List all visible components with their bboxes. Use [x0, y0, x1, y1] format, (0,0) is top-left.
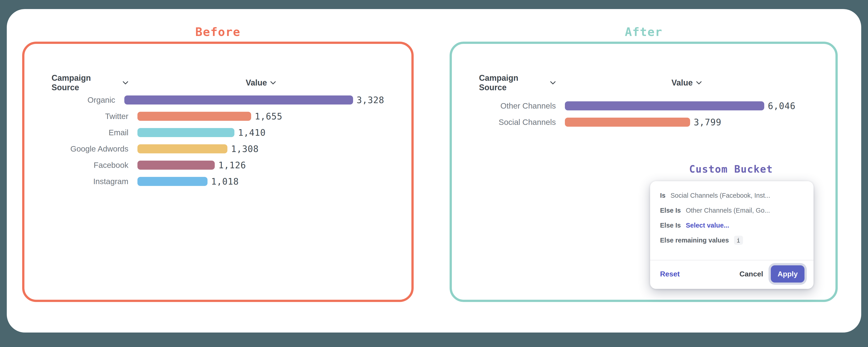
before-table: Campaign Source Value Organic3,328Twitte… — [24, 76, 411, 190]
after-panel: After Campaign Source Value Other Channe… — [450, 22, 838, 302]
chevron-down-icon — [550, 81, 556, 85]
before-panel-box: Campaign Source Value Organic3,328Twitte… — [22, 41, 414, 302]
row-label: Instagram — [52, 177, 128, 186]
table-row: Twitter1,655 — [52, 108, 384, 124]
reset-button[interactable]: Reset — [660, 270, 680, 278]
bucket-rule-row: Else Is Select value... — [660, 218, 804, 233]
bar-value[interactable]: 3,328 — [357, 95, 384, 105]
before-title: Before — [22, 22, 414, 41]
after-rows: Other Channels6,046Social Channels3,799 — [479, 98, 808, 130]
rule-operator-label: Is — [660, 192, 665, 199]
row-label: Social Channels — [479, 118, 556, 127]
bar-cell: 3,799 — [565, 117, 721, 127]
bar-cell: 1,126 — [137, 160, 246, 170]
row-label: Organic — [52, 95, 115, 105]
before-rows: Organic3,328Twitter1,655Email1,410Google… — [52, 92, 384, 190]
apply-button[interactable]: Apply — [771, 265, 804, 283]
value-bar[interactable] — [137, 144, 227, 153]
row-label: Other Channels — [479, 102, 556, 110]
value-bar[interactable] — [124, 95, 353, 105]
bar-value[interactable]: 3,799 — [694, 117, 721, 127]
bar-cell: 1,410 — [137, 127, 266, 138]
bar-value[interactable]: 1,655 — [255, 111, 282, 121]
after-panel-box: Campaign Source Value Other Channels6,04… — [450, 41, 838, 302]
rule-value[interactable]: Other Channels (Email, Go... — [686, 207, 770, 214]
row-label: Twitter — [52, 112, 128, 121]
before-panel: Before Campaign Source Value Organic3,32… — [22, 22, 414, 302]
select-value-link[interactable]: Select value... — [686, 222, 729, 229]
custom-bucket-title: Custom Bucket — [663, 163, 799, 175]
table-row: Google Adwords1,308 — [52, 141, 384, 157]
bar-value[interactable]: 1,410 — [238, 127, 266, 138]
value-bar[interactable] — [137, 161, 215, 170]
screenshot-root: { "page": { "background": "#4B666E", "ca… — [0, 0, 868, 347]
dimension-header-label: Campaign Source — [479, 73, 547, 92]
rule-operator-label: Else Is — [660, 222, 681, 229]
row-label: Facebook — [52, 161, 128, 170]
measure-header[interactable]: Value — [137, 78, 384, 88]
table-row: Organic3,328 — [52, 92, 384, 108]
dimension-header-label: Campaign Source — [52, 73, 119, 92]
table-row: Other Channels6,046 — [479, 98, 808, 114]
bar-cell: 3,328 — [124, 95, 384, 105]
dialog-footer: Reset Cancel Apply — [650, 260, 813, 289]
table-row: Email1,410 — [52, 124, 384, 141]
app-card: Before Campaign Source Value Organic3,32… — [7, 9, 861, 332]
measure-header-label: Value — [671, 78, 692, 88]
value-bar[interactable] — [137, 177, 208, 186]
after-title: After — [450, 22, 838, 41]
bar-value[interactable]: 1,018 — [211, 176, 239, 186]
cancel-button[interactable]: Cancel — [739, 270, 763, 278]
dimension-header[interactable]: Campaign Source — [479, 73, 556, 92]
custom-bucket-dialog: Is Social Channels (Facebook, Inst... El… — [650, 181, 813, 289]
table-row: Facebook1,126 — [52, 157, 384, 173]
rule-operator-label: Else Is — [660, 207, 681, 214]
dimension-header[interactable]: Campaign Source — [52, 73, 128, 92]
bucket-rule-row: Else remaining values i — [660, 233, 804, 248]
bucket-rule-row: Is Social Channels (Facebook, Inst... — [660, 188, 804, 203]
value-bar[interactable] — [565, 118, 690, 127]
value-bar[interactable] — [137, 112, 251, 121]
info-icon[interactable]: i — [734, 236, 743, 245]
table-header: Campaign Source Value — [52, 76, 384, 90]
value-bar[interactable] — [565, 102, 764, 110]
chevron-down-icon — [123, 81, 128, 85]
bar-cell: 6,046 — [565, 101, 796, 111]
bar-cell: 1,308 — [137, 144, 258, 154]
table-row: Instagram1,018 — [52, 173, 384, 190]
measure-header[interactable]: Value — [565, 78, 808, 88]
chevron-down-icon — [696, 81, 702, 85]
bucket-rule-row: Else Is Other Channels (Email, Go... — [660, 203, 804, 218]
rule-operator-label: Else remaining values — [660, 237, 729, 244]
row-label: Email — [52, 128, 128, 137]
table-header: Campaign Source Value — [479, 76, 808, 90]
table-row: Social Channels3,799 — [479, 114, 808, 130]
bar-cell: 1,655 — [137, 111, 282, 121]
bar-cell: 1,018 — [137, 176, 239, 186]
chevron-down-icon — [270, 81, 276, 85]
row-label: Google Adwords — [52, 144, 128, 153]
bar-value[interactable]: 1,308 — [231, 144, 258, 154]
bar-value[interactable]: 6,046 — [768, 101, 796, 111]
value-bar[interactable] — [137, 128, 235, 137]
after-table: Campaign Source Value Other Channels6,04… — [452, 76, 835, 130]
rule-value[interactable]: Social Channels (Facebook, Inst... — [671, 192, 770, 199]
measure-header-label: Value — [246, 78, 267, 88]
bar-value[interactable]: 1,126 — [218, 160, 246, 170]
